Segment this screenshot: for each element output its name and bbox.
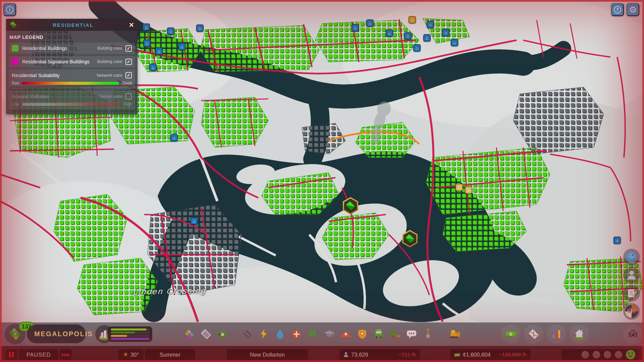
- pause-button[interactable]: [5, 349, 17, 360]
- service-building-marker[interactable]: [149, 64, 157, 71]
- checkbox-unchecked[interactable]: [125, 93, 132, 100]
- fast-forward-button[interactable]: ▶▶▶: [60, 349, 72, 360]
- toolbar-group-panels: ¢: [501, 324, 589, 344]
- health-tool-button[interactable]: [290, 327, 303, 341]
- toolbar-group-bulldozer: [447, 327, 461, 341]
- milestone-button[interactable]: 137: [5, 324, 25, 345]
- parks-tool-button[interactable]: [388, 327, 402, 341]
- journal-button[interactable]: [623, 285, 640, 302]
- help-icon: ?: [614, 6, 621, 13]
- residential-zone-icon: [9, 22, 17, 28]
- residential-zone-icon: [406, 234, 415, 243]
- checkbox-checked[interactable]: ✓: [125, 45, 132, 52]
- photo-mode-button[interactable]: [623, 324, 643, 344]
- districts-tool-button[interactable]: [199, 327, 213, 341]
- service-building-marker[interactable]: [613, 237, 621, 244]
- service-building-marker[interactable]: [386, 29, 393, 37]
- zones-tool-button[interactable]: [183, 327, 196, 341]
- residential-infoview-panel: RESIDENTIAL ✕ MAP LEGEND Residential Bui…: [6, 19, 138, 114]
- economy-button[interactable]: ¢: [501, 324, 521, 344]
- garbage-tool-button[interactable]: ♻: [306, 327, 320, 341]
- city-name-display[interactable]: New Dollarton: [227, 349, 308, 360]
- notes-icon: [626, 288, 637, 299]
- electricity-tool-button[interactable]: [257, 327, 270, 341]
- temperature-display: ☀ 30°: [118, 349, 144, 360]
- education-tool-button[interactable]: [323, 327, 336, 341]
- citizens-button[interactable]: [623, 267, 640, 284]
- population-rate: −712 /h: [398, 352, 416, 358]
- xp-progress-panel: [108, 326, 152, 342]
- service-building-marker-yellow[interactable]: [409, 16, 416, 23]
- service-building-marker[interactable]: [366, 19, 374, 27]
- money-icon: [454, 353, 460, 357]
- milestone-name-pill[interactable]: MEGALOPOLIS: [27, 324, 86, 343]
- bar-chart-icon: [551, 329, 561, 339]
- face-frown-icon: [592, 350, 601, 359]
- service-building-marker[interactable]: [196, 24, 204, 32]
- radio-icon: ♪: [625, 304, 639, 318]
- roads-tool-button[interactable]: [240, 327, 254, 341]
- landscaping-tool-button[interactable]: [421, 327, 435, 341]
- milestone-name: MEGALOPOLIS: [34, 330, 93, 338]
- graduation-cap-icon: [323, 329, 335, 339]
- water-drop-icon: [276, 329, 284, 340]
- recycle-icon: ♻: [309, 330, 317, 339]
- money-icon: ¢: [505, 329, 517, 339]
- info-views-button[interactable]: [570, 324, 589, 344]
- city-information-button[interactable]: [524, 324, 543, 344]
- toolbar-group-photo: [623, 324, 643, 344]
- roads-icon: [241, 329, 253, 339]
- service-building-marker[interactable]: [167, 27, 174, 35]
- service-building-marker[interactable]: [404, 32, 412, 40]
- communications-tool-button[interactable]: [405, 327, 418, 341]
- zones-icon: [183, 329, 196, 339]
- police-tool-button[interactable]: [356, 327, 369, 341]
- help-button[interactable]: ?: [611, 3, 624, 16]
- transportation-tool-button[interactable]: [372, 327, 385, 341]
- radio-button[interactable]: ♪: [623, 303, 640, 320]
- service-building-marker[interactable]: [451, 39, 458, 46]
- chat-bubble-icon: [406, 329, 417, 339]
- service-building-marker[interactable]: [191, 217, 198, 225]
- face-neutral-icon: [603, 350, 612, 359]
- bulldozer-button[interactable]: [447, 327, 461, 341]
- city-map-icon: [528, 329, 540, 340]
- legend-row-residential-buildings: Residential Buildings Building color ✓: [9, 43, 135, 54]
- service-building-marker[interactable]: [143, 40, 151, 47]
- service-building-marker[interactable]: [178, 43, 185, 50]
- service-building-marker[interactable]: [442, 29, 449, 36]
- bus-icon: [374, 329, 384, 340]
- legend-row-signature-buildings: Residential Signature Buildings Building…: [9, 56, 135, 67]
- service-building-marker-beige[interactable]: [465, 186, 472, 194]
- service-building-marker[interactable]: [352, 24, 359, 32]
- checkbox-checked[interactable]: ✓: [125, 59, 132, 65]
- close-button[interactable]: ✕: [129, 21, 134, 29]
- vegetation-tool-button[interactable]: [216, 327, 229, 341]
- xp-bar-fill: [111, 335, 127, 337]
- status-bar: PAUSED ▶▶▶ ☀ 30° Summer New Dollarton 73…: [0, 346, 644, 362]
- chirper-button[interactable]: [623, 249, 640, 265]
- fire-department-tool-button[interactable]: [339, 327, 353, 341]
- fast-forward-icon: ▶▶▶: [62, 352, 70, 357]
- service-building-marker-beige[interactable]: [455, 184, 463, 191]
- pause-icon: [9, 352, 14, 357]
- svg-text:¢: ¢: [509, 332, 512, 337]
- water-tool-button[interactable]: [273, 327, 287, 341]
- money-display[interactable]: ¢1,600,604 −138,699 /h: [450, 349, 531, 360]
- service-building-marker[interactable]: [143, 23, 150, 31]
- sim-state-display: PAUSED: [19, 349, 58, 360]
- service-building-marker[interactable]: [423, 34, 431, 42]
- service-building-marker[interactable]: [413, 44, 421, 52]
- signature-building-marker-inner: [344, 198, 357, 213]
- svg-text:♪: ♪: [630, 309, 633, 314]
- gear-icon: ⚙: [629, 5, 637, 14]
- service-building-marker[interactable]: [427, 21, 434, 28]
- info-button[interactable]: i: [3, 3, 16, 16]
- statistics-button[interactable]: [547, 324, 566, 344]
- service-building-marker[interactable]: [170, 134, 178, 141]
- service-building-marker[interactable]: [155, 48, 163, 55]
- checkbox-checked[interactable]: ✓: [125, 72, 132, 78]
- population-display[interactable]: 73,629 −712 /h: [339, 349, 420, 360]
- happiness-display[interactable]: [561, 349, 639, 360]
- settings-button[interactable]: ⚙: [627, 3, 639, 16]
